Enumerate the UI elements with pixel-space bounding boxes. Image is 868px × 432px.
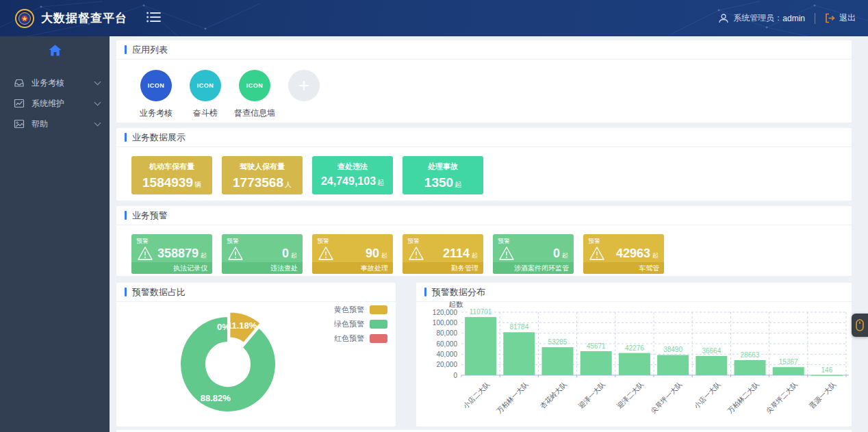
svg-text:146: 146 bbox=[821, 366, 833, 374]
sidebar-item-label: 系统维护 bbox=[31, 98, 95, 110]
chevron-down-icon bbox=[94, 120, 101, 127]
warning-tag: 预警 bbox=[588, 237, 600, 246]
warning-tag: 预警 bbox=[498, 237, 510, 246]
user-icon bbox=[718, 13, 729, 24]
section-title-row: 预警数据占比 bbox=[116, 283, 396, 302]
sidebar-item-help[interactable]: 帮助 bbox=[0, 114, 110, 134]
app-icon-placeholder-text: ICON bbox=[148, 82, 165, 89]
stat-card-accidents: 处理事故 1350起 bbox=[403, 156, 483, 194]
warning-card[interactable]: 预警358879起执法记录仪 bbox=[131, 234, 212, 274]
warning-tag: 预警 bbox=[136, 237, 149, 246]
warning-unit: 起 bbox=[291, 247, 297, 260]
svg-text:小店二大队: 小店二大队 bbox=[461, 380, 492, 410]
warning-triangle-icon bbox=[408, 246, 424, 261]
title-accent-bar bbox=[424, 288, 426, 296]
warning-card[interactable]: 预警2114起勤务管理 bbox=[403, 234, 483, 274]
svg-text:起数: 起数 bbox=[449, 301, 464, 308]
warning-triangle-icon bbox=[498, 246, 515, 261]
stat-label: 机动车保有量 bbox=[131, 156, 212, 172]
stat-unit: 起 bbox=[377, 179, 384, 186]
warning-triangle-icon bbox=[318, 246, 334, 261]
app-icon-placeholder-text: ICON bbox=[246, 82, 264, 89]
svg-text:100,000: 100,000 bbox=[433, 319, 458, 327]
section-business-warning: 业务预警 预警358879起执法记录仪预警0起违法查处预警90起事故处理预警21… bbox=[116, 206, 852, 276]
warning-category-label: 违法查处 bbox=[222, 262, 303, 274]
section-title-row: 预警数据分布 bbox=[416, 283, 852, 302]
warning-value: 358879 bbox=[153, 246, 199, 261]
sidebar-item-business-assess[interactable]: 业务考核 bbox=[0, 73, 110, 93]
app-shortcut-info-wall[interactable]: ICON 督查信息墙 bbox=[230, 70, 279, 119]
svg-text:88.82%: 88.82% bbox=[201, 393, 231, 403]
warning-tag: 预警 bbox=[227, 237, 239, 246]
home-icon bbox=[49, 45, 62, 56]
warning-value: 2114 bbox=[424, 246, 470, 261]
menu-toggle-icon[interactable] bbox=[146, 12, 162, 25]
add-app-button[interactable]: + bbox=[288, 70, 320, 101]
section-title: 应用列表 bbox=[132, 44, 168, 56]
logout-button[interactable]: 退出 bbox=[825, 12, 856, 24]
warning-card[interactable]: 预警0起违法查处 bbox=[222, 234, 303, 274]
svg-text:120,000: 120,000 bbox=[433, 309, 458, 316]
svg-text:80,000: 80,000 bbox=[436, 329, 457, 337]
line-chart-icon bbox=[14, 98, 25, 109]
warning-triangle-icon bbox=[227, 246, 244, 261]
scroll-helper-button[interactable] bbox=[852, 314, 868, 337]
mouse-icon bbox=[856, 319, 864, 331]
stat-cards-row: 机动车保有量 1584939辆 驾驶人保有量 1773568人 查处违法 24,… bbox=[116, 147, 852, 205]
svg-text:38490: 38490 bbox=[663, 346, 682, 353]
stat-unit: 辆 bbox=[194, 181, 201, 188]
legend-item-yellow-warning[interactable]: 黄色预警 bbox=[334, 305, 387, 315]
svg-text:36664: 36664 bbox=[702, 347, 721, 355]
app-header: 大数据督查平台 系统管理员：admin bbox=[0, 0, 868, 36]
warning-category-label: 执法记录仪 bbox=[131, 262, 212, 274]
warning-value: 0 bbox=[515, 246, 560, 261]
warning-unit: 起 bbox=[562, 247, 568, 260]
svg-text:万柏林一大队: 万柏林一大队 bbox=[496, 380, 531, 415]
svg-text:杏花岭大队: 杏花岭大队 bbox=[539, 380, 569, 410]
warning-tag: 预警 bbox=[407, 237, 420, 246]
dashboard-page: 大数据督查平台 系统管理员：admin bbox=[0, 0, 868, 432]
warning-card[interactable]: 预警90起事故处理 bbox=[312, 234, 393, 274]
legend-swatch bbox=[370, 334, 387, 343]
sidebar: 业务考核 系统维护 帮助 bbox=[0, 36, 110, 432]
panel-warning-distribution: 预警数据分布 020,00040,00060,00080,000100,0001… bbox=[416, 283, 852, 427]
bar-chart: 020,00040,00060,00080,000100,000120,000起… bbox=[416, 301, 852, 427]
legend-item-red-warning[interactable]: 红色预警 bbox=[334, 333, 387, 344]
svg-text:晋源一大队: 晋源一大队 bbox=[808, 380, 838, 410]
legend-label: 绿色预警 bbox=[334, 319, 364, 329]
header-user-area: 系统管理员：admin 退出 bbox=[718, 0, 856, 36]
inbox-icon bbox=[14, 77, 25, 88]
warning-unit: 起 bbox=[381, 247, 387, 260]
legend-swatch bbox=[370, 320, 387, 329]
warning-card[interactable]: 预警0起涉酒案件闭环监管 bbox=[493, 234, 574, 274]
section-title-row: 业务数据展示 bbox=[116, 128, 852, 147]
legend-label: 红色预警 bbox=[334, 333, 364, 344]
plus-icon: + bbox=[298, 75, 309, 97]
sidebar-item-system-maintain[interactable]: 系统维护 bbox=[0, 93, 110, 114]
title-accent-bar bbox=[125, 133, 127, 142]
section-app-list: 应用列表 ICON 业务考核 ICON 奋斗榜 ICON 督查信息墙 + bbox=[116, 40, 852, 123]
app-icon: ICON bbox=[239, 70, 270, 101]
app-title: 大数据督查平台 bbox=[41, 10, 127, 26]
warning-card[interactable]: 预警42963起车驾管 bbox=[583, 234, 664, 274]
svg-text:小店一大队: 小店一大队 bbox=[693, 380, 723, 410]
section-title: 预警数据占比 bbox=[132, 286, 186, 298]
stat-label: 处理事故 bbox=[403, 156, 483, 172]
app-shortcut-business-assess[interactable]: ICON 业务考核 bbox=[131, 70, 181, 119]
section-title: 预警数据分布 bbox=[432, 286, 485, 298]
svg-text:迎泽一大队: 迎泽一大队 bbox=[577, 380, 607, 410]
svg-text:40,000: 40,000 bbox=[436, 351, 457, 358]
svg-text:11.18%: 11.18% bbox=[227, 320, 257, 331]
section-business-data: 业务数据展示 机动车保有量 1584939辆 驾驶人保有量 1773568人 查… bbox=[116, 128, 852, 201]
title-accent-bar bbox=[125, 211, 127, 220]
app-label: 业务考核 bbox=[131, 107, 181, 119]
sidebar-item-label: 业务考核 bbox=[31, 77, 95, 89]
section-title: 业务预警 bbox=[132, 209, 168, 222]
legend-item-green-warning[interactable]: 绿色预警 bbox=[334, 319, 387, 329]
app-shortcut-effort-board[interactable]: ICON 奋斗榜 bbox=[181, 70, 230, 119]
sidebar-home-button[interactable] bbox=[0, 36, 110, 63]
sidebar-spacer bbox=[0, 63, 110, 73]
donut-legend: 黄色预警 绿色预警 红色预警 bbox=[334, 305, 387, 348]
svg-text:迎泽二大队: 迎泽二大队 bbox=[615, 380, 646, 410]
stat-label: 驾驶人保有量 bbox=[222, 156, 303, 172]
